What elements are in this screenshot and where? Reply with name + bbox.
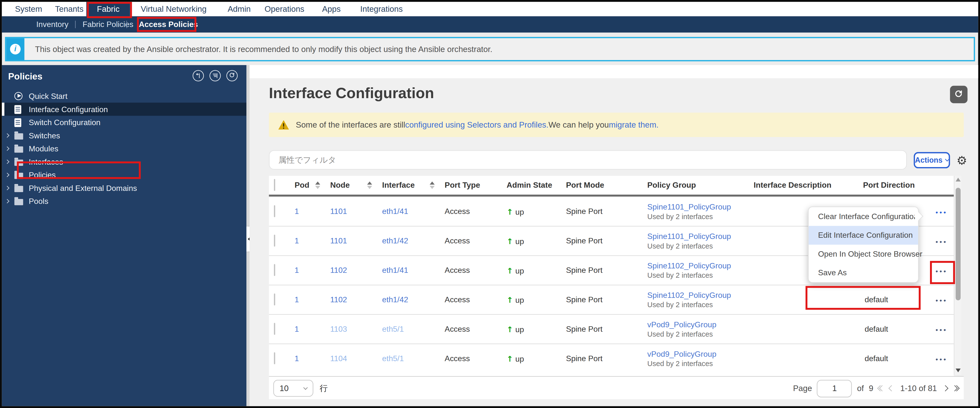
sort-icon[interactable] [430,181,434,189]
nav-tab-operations[interactable]: Operations [264,2,304,16]
row-actions-ellipsis[interactable]: ••• [935,238,948,245]
row-checkbox[interactable] [274,352,275,364]
column-header-port-type[interactable]: Port Type [445,181,507,190]
row-checkbox[interactable] [274,323,275,335]
nav-tab-tenants[interactable]: Tenants [55,2,83,16]
node-link[interactable]: 1103 [330,325,347,334]
row-checkbox[interactable] [274,234,275,246]
scroll-down-icon[interactable] [956,368,961,372]
sidebar-item-interface-configuration[interactable]: Interface Configuration [2,102,247,116]
subnav-tab-inventory[interactable]: Inventory [36,16,68,32]
refresh-tree-icon[interactable] [226,70,238,81]
last-page-button[interactable] [953,386,959,390]
row-checkbox[interactable] [274,293,275,305]
pod-link[interactable]: 1 [294,207,299,216]
actions-button[interactable]: Actions [914,152,950,168]
sidebar-item-policies[interactable]: Policies [2,168,247,182]
table-settings-gear-icon[interactable]: ⚙ [955,152,969,168]
row-actions-ellipsis[interactable]: ••• [935,355,948,363]
table-scrollbar[interactable] [954,176,961,375]
interface-link[interactable]: eth1/42 [382,236,408,245]
refresh-button[interactable] [950,86,967,103]
node-link[interactable]: 1102 [330,266,347,275]
pod-link[interactable]: 1 [294,266,299,275]
nav-tab-fabric[interactable]: Fabric [86,2,130,16]
node-link[interactable]: 1102 [330,295,347,304]
nav-tab-apps[interactable]: Apps [322,2,341,16]
menu-item-edit-interface-configuration[interactable]: Edit Interface Configuration [809,226,918,245]
subnav-tab-access-policies[interactable]: Access Policies [139,16,198,32]
menu-item-save-as[interactable]: Save As [809,263,918,282]
column-header-port-direction[interactable]: Port Direction [863,181,923,190]
chevron-right-icon[interactable] [2,160,12,163]
collapse-tree-icon[interactable] [193,70,204,81]
interface-link[interactable]: eth5/1 [382,354,404,363]
node-link[interactable]: 1104 [330,354,347,363]
migrate-them-link[interactable]: migrate them. [609,120,659,129]
sidebar-item-switch-configuration[interactable]: Switch Configuration [2,116,247,129]
filter-tree-icon[interactable] [210,70,221,81]
interface-link[interactable]: eth1/41 [382,266,408,275]
column-header-node[interactable]: Node [330,181,382,190]
menu-item-open-in-object-store-browser[interactable]: Open In Object Store Browser [809,245,918,263]
chevron-right-icon[interactable] [2,174,12,177]
scroll-up-icon[interactable] [956,178,961,181]
first-page-button[interactable] [878,386,885,390]
select-all-checkbox[interactable] [274,179,275,191]
chevron-right-icon[interactable] [2,200,12,203]
row-checkbox[interactable] [274,206,275,217]
previous-page-button[interactable] [889,386,894,390]
column-header-admin-state[interactable]: Admin State [507,181,566,190]
policy-group-link[interactable]: Spine1101_PolicyGroup [647,232,754,241]
row-checkbox[interactable] [274,264,275,276]
policy-group-link[interactable]: Spine1102_PolicyGroup [647,261,754,270]
node-link[interactable]: 1101 [330,236,347,245]
column-header-pod[interactable]: Pod [294,181,330,190]
policy-group-link[interactable]: vPod9_PolicyGroup [647,350,754,359]
menu-item-clear-interface-configuration[interactable]: Clear Interface Configuration [809,207,918,226]
chevron-right-icon[interactable] [2,134,12,137]
column-header-policy-group[interactable]: Policy Group [647,181,754,190]
attribute-filter-input[interactable] [269,150,907,169]
policy-group-link[interactable]: Spine1102_PolicyGroup [647,291,754,300]
sidebar-item-pools[interactable]: Pools [2,194,247,208]
nav-tab-system[interactable]: System [15,2,42,16]
sidebar-item-modules[interactable]: Modules [2,142,247,155]
column-header-port-mode[interactable]: Port Mode [566,181,647,190]
row-actions-ellipsis[interactable]: ••• [935,326,948,334]
pod-link[interactable]: 1 [294,236,299,245]
scrollbar-thumb[interactable] [956,188,961,300]
next-page-button[interactable] [943,386,948,390]
interface-link[interactable]: eth1/41 [382,207,408,216]
policy-group-link[interactable]: Spine1101_PolicyGroup [647,202,754,212]
column-header-interface-description[interactable]: Interface Description [754,181,863,190]
nav-tab-virtual-networking[interactable]: Virtual Networking [141,2,207,16]
sidebar-item-quick-start[interactable]: Quick Start [2,89,247,103]
selectors-profiles-link[interactable]: configured using Selectors and Profiles. [405,120,549,129]
sub-nav: Inventory Fabric Policies Access Policie… [2,16,978,32]
interface-link[interactable]: eth5/1 [382,325,404,334]
sidebar-item-physical-and-external-domains[interactable]: Physical and External Domains [2,182,247,195]
pod-link[interactable]: 1 [294,295,299,304]
page-size-select[interactable]: 10 [274,380,313,397]
sidebar-item-interfaces[interactable]: Interfaces [2,155,247,169]
interface-link[interactable]: eth1/42 [382,295,408,304]
row-actions-ellipsis[interactable]: ••• [935,296,948,304]
column-header-interface[interactable]: Interface [382,181,445,190]
row-actions-ellipsis[interactable]: ••• [935,208,948,216]
chevron-right-icon[interactable] [2,186,12,190]
sidebar-item-switches[interactable]: Switches [2,129,247,142]
nav-tab-admin[interactable]: Admin [228,2,251,16]
chevron-down-icon [945,157,949,161]
page-number-input[interactable] [817,379,852,397]
subnav-tab-fabric-policies[interactable]: Fabric Policies [83,16,134,32]
policy-group-link[interactable]: vPod9_PolicyGroup [647,320,754,329]
sort-icon[interactable] [367,181,372,189]
pod-link[interactable]: 1 [294,354,299,363]
pod-link[interactable]: 1 [294,325,299,334]
chevron-right-icon[interactable] [2,147,12,150]
sort-icon[interactable] [315,181,320,189]
nav-tab-integrations[interactable]: Integrations [360,2,402,16]
row-actions-ellipsis[interactable]: ••• [935,267,948,275]
node-link[interactable]: 1101 [330,207,347,216]
